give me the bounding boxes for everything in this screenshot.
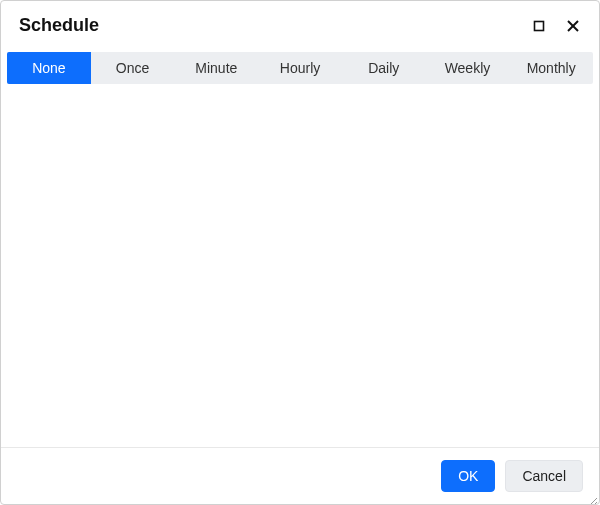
ok-button[interactable]: OK xyxy=(441,460,495,492)
tab-daily[interactable]: Daily xyxy=(342,52,426,84)
cancel-button[interactable]: Cancel xyxy=(505,460,583,492)
tabs: None Once Minute Hourly Daily Weekly Mon… xyxy=(7,52,593,84)
close-icon[interactable] xyxy=(565,18,581,34)
maximize-icon[interactable] xyxy=(531,18,547,34)
dialog-title: Schedule xyxy=(19,15,99,36)
svg-rect-0 xyxy=(535,21,544,30)
dialog-header: Schedule xyxy=(1,1,599,46)
tab-monthly[interactable]: Monthly xyxy=(509,52,593,84)
dialog-footer: OK Cancel xyxy=(1,447,599,504)
tab-weekly[interactable]: Weekly xyxy=(426,52,510,84)
tab-hourly[interactable]: Hourly xyxy=(258,52,342,84)
tab-none[interactable]: None xyxy=(7,52,91,84)
tab-content xyxy=(1,84,599,447)
window-controls xyxy=(531,18,581,34)
tab-once[interactable]: Once xyxy=(91,52,175,84)
tab-minute[interactable]: Minute xyxy=(174,52,258,84)
